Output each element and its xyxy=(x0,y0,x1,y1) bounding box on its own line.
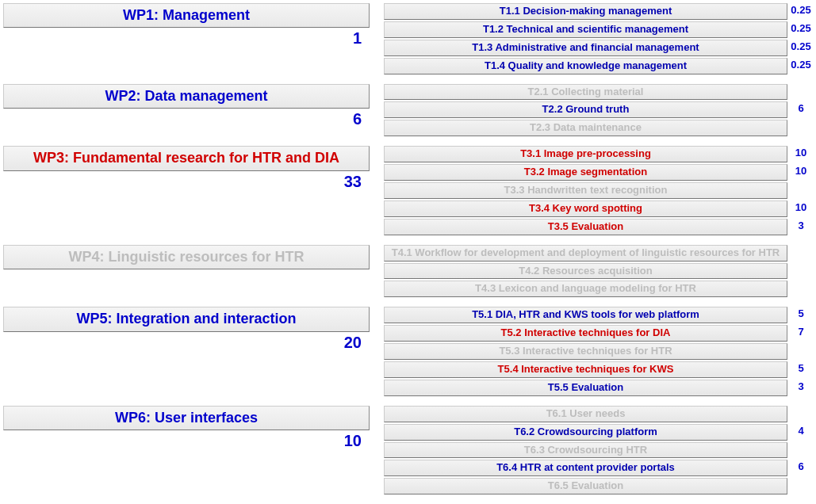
wp-row: WP6: User interfaces10T6.1 User needsT6.… xyxy=(3,406,813,496)
task-value: 0.25 xyxy=(789,3,813,20)
wp-tasks: T1.1 Decision-making management0.25T1.2 … xyxy=(384,3,813,76)
task-label-cell: T5.5 Evaluation xyxy=(384,380,787,396)
task-value xyxy=(789,478,813,494)
task-row: T3.2 Image segmentation10 xyxy=(384,164,813,181)
task-value xyxy=(789,84,813,101)
task-label-cell: T5.3 Interactive techniques for HTR xyxy=(384,343,787,360)
task-label-cell: T6.5 Evaluation xyxy=(384,478,787,494)
task-label-cell: T1.2 Technical and scientific management xyxy=(384,21,787,38)
task-value xyxy=(789,120,813,136)
task-row: T3.5 Evaluation3 xyxy=(384,219,813,235)
task-value xyxy=(789,442,813,459)
task-row: T5.4 Interactive techniques for KWS5 xyxy=(384,361,813,378)
task-label-cell: T2.1 Collecting material xyxy=(384,84,787,101)
wp-row: WP5: Integration and interaction20T5.1 D… xyxy=(3,307,813,397)
task-row: T6.4 HTR at content provider portals6 xyxy=(384,460,813,476)
task-row: T4.2 Resources acquisition xyxy=(384,263,813,280)
task-label-cell: T3.4 Key word spotting xyxy=(384,200,787,217)
wp-row: WP4: Linguistic resources for HTRT4.1 Wo… xyxy=(3,245,813,300)
task-row: T4.1 Workflow for development and deploy… xyxy=(384,245,813,262)
wp-tasks: T3.1 Image pre-processing10T3.2 Image se… xyxy=(384,146,813,236)
task-row: T4.3 Lexicon and language modeling for H… xyxy=(384,281,813,297)
task-value xyxy=(789,245,813,262)
task-row: T5.3 Interactive techniques for HTR xyxy=(384,343,813,360)
task-row: T1.2 Technical and scientific management… xyxy=(384,21,813,38)
wp-tasks: T5.1 DIA, HTR and KWS tools for web plat… xyxy=(384,307,813,397)
task-value xyxy=(789,343,813,360)
wp-count: 10 xyxy=(3,430,370,450)
wp-row: WP3: Fundamental research for HTR and DI… xyxy=(3,146,813,236)
task-row: T3.4 Key word spotting10 xyxy=(384,200,813,217)
wp-left: WP5: Integration and interaction20 xyxy=(3,307,370,351)
wp-count xyxy=(3,269,370,271)
task-label-cell: T5.4 Interactive techniques for KWS xyxy=(384,361,787,378)
task-label-cell: T3.2 Image segmentation xyxy=(384,164,787,181)
task-label-cell: T4.1 Workflow for development and deploy… xyxy=(384,245,787,262)
task-row: T2.2 Ground truth6 xyxy=(384,101,813,118)
wp-row: WP1: Management1T1.1 Decision-making man… xyxy=(3,3,813,76)
task-label-cell: T1.4 Quality and knowledge management xyxy=(384,58,787,74)
task-value: 0.25 xyxy=(789,21,813,38)
task-row: T6.1 User needs xyxy=(384,406,813,422)
task-value xyxy=(789,263,813,280)
task-label-cell: T2.3 Data maintenance xyxy=(384,120,787,136)
task-value: 5 xyxy=(789,361,813,378)
task-row: T1.3 Administrative and financial manage… xyxy=(384,40,813,56)
wp-tasks: T4.1 Workflow for development and deploy… xyxy=(384,245,813,300)
task-row: T6.5 Evaluation xyxy=(384,478,813,494)
task-row: T5.1 DIA, HTR and KWS tools for web plat… xyxy=(384,307,813,323)
wp-title-cell: WP3: Fundamental research for HTR and DI… xyxy=(3,146,370,170)
task-value xyxy=(789,281,813,297)
task-label-cell: T3.5 Evaluation xyxy=(384,219,787,235)
task-value: 4 xyxy=(789,424,813,441)
work-packages-table: WP1: Management1T1.1 Decision-making man… xyxy=(3,3,813,504)
task-label-cell: T6.4 HTR at content provider portals xyxy=(384,460,787,476)
task-value: 3 xyxy=(789,219,813,235)
task-row: T5.5 Evaluation3 xyxy=(384,380,813,396)
task-row: T1.4 Quality and knowledge management0.2… xyxy=(384,58,813,74)
wp-count: 33 xyxy=(3,171,370,191)
wp-left: WP2: Data management6 xyxy=(3,84,370,128)
task-row: T6.2 Crowdsourcing platform4 xyxy=(384,424,813,441)
task-value: 10 xyxy=(789,200,813,217)
task-value: 6 xyxy=(789,460,813,476)
task-row: T3.3 Handwritten text recognition xyxy=(384,182,813,199)
wp-count: 6 xyxy=(3,109,370,128)
task-value: 3 xyxy=(789,380,813,396)
task-label-cell: T6.3 Crowdsourcing HTR xyxy=(384,442,787,459)
task-value: 6 xyxy=(789,101,813,118)
task-row: T2.3 Data maintenance xyxy=(384,120,813,136)
wp-left: WP1: Management1 xyxy=(3,3,370,48)
wp-tasks: T2.1 Collecting materialT2.2 Ground trut… xyxy=(384,84,813,139)
wp-left: WP3: Fundamental research for HTR and DI… xyxy=(3,146,370,190)
task-label-cell: T3.3 Handwritten text recognition xyxy=(384,182,787,199)
wp-title-cell: WP5: Integration and interaction xyxy=(3,307,370,331)
task-value: 10 xyxy=(789,146,813,162)
wp-left: WP4: Linguistic resources for HTR xyxy=(3,245,370,271)
task-label-cell: T4.3 Lexicon and language modeling for H… xyxy=(384,281,787,297)
task-value: 0.25 xyxy=(789,40,813,56)
task-label-cell: T5.2 Interactive techniques for DIA xyxy=(384,325,787,342)
wp-row: WP2: Data management6T2.1 Collecting mat… xyxy=(3,84,813,139)
task-label-cell: T2.2 Ground truth xyxy=(384,101,787,118)
task-row: T6.3 Crowdsourcing HTR xyxy=(384,442,813,459)
wp-title-cell: WP1: Management xyxy=(3,3,370,28)
task-label-cell: T1.3 Administrative and financial manage… xyxy=(384,40,787,56)
task-row: T5.2 Interactive techniques for DIA7 xyxy=(384,325,813,342)
task-label-cell: T1.1 Decision-making management xyxy=(384,3,787,20)
task-value: 0.25 xyxy=(789,58,813,74)
task-label-cell: T6.2 Crowdsourcing platform xyxy=(384,424,787,441)
task-value: 10 xyxy=(789,164,813,181)
task-value: 5 xyxy=(789,307,813,323)
task-label-cell: T3.1 Image pre-processing xyxy=(384,146,787,162)
task-row: T1.1 Decision-making management0.25 xyxy=(384,3,813,20)
task-label-cell: T4.2 Resources acquisition xyxy=(384,263,787,280)
wp-count: 20 xyxy=(3,332,370,352)
wp-title-cell: WP2: Data management xyxy=(3,84,370,109)
task-label-cell: T6.1 User needs xyxy=(384,406,787,422)
task-value xyxy=(789,406,813,422)
wp-title-cell: WP6: User interfaces xyxy=(3,406,370,430)
task-row: T3.1 Image pre-processing10 xyxy=(384,146,813,162)
task-label-cell: T5.1 DIA, HTR and KWS tools for web plat… xyxy=(384,307,787,323)
wp-left: WP6: User interfaces10 xyxy=(3,406,370,450)
